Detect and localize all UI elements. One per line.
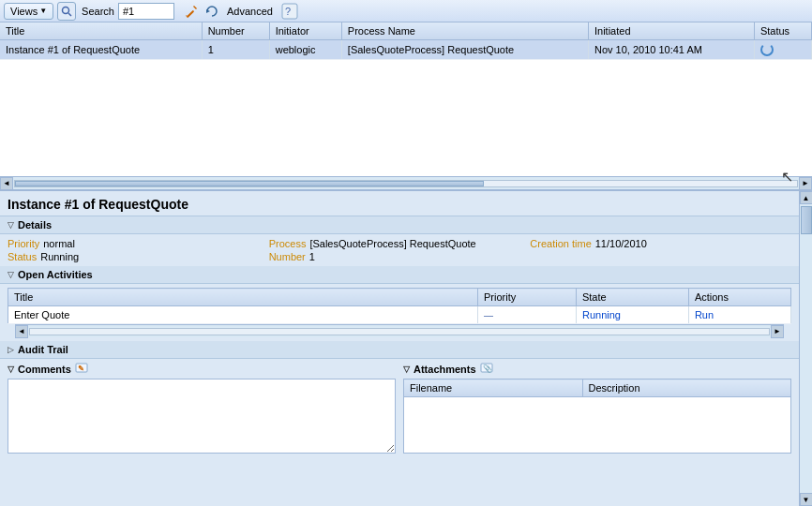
col-title: Title xyxy=(0,22,202,40)
process-val: [SalesQuoteProcess] RequestQuote xyxy=(309,238,475,249)
scroll-thumb[interactable] xyxy=(15,181,484,186)
svg-point-0 xyxy=(63,7,69,13)
comments-header: ▽ Comments ✎ xyxy=(8,363,396,376)
top-panel: Title Number Initiator Process Name Init… xyxy=(0,22,812,191)
run-link[interactable]: Run xyxy=(695,309,714,320)
act-col-title: Title xyxy=(8,289,478,306)
status-key: Status xyxy=(8,251,37,262)
attachments-empty-row xyxy=(404,397,791,454)
activities-table: Title Priority State Actions Enter Quote… xyxy=(8,288,791,324)
cell-title: Instance #1 of RequestQuote xyxy=(0,40,202,60)
status-val: Running xyxy=(40,251,79,262)
svg-marker-3 xyxy=(193,6,197,9)
priority-indicator: — xyxy=(484,310,493,320)
views-button[interactable]: Views ▼ xyxy=(4,3,53,20)
scroll-down-button[interactable]: ▼ xyxy=(800,493,813,506)
act-col-priority: Priority xyxy=(478,289,577,306)
bottom-panel: Instance #1 of RequestQuote ▽ Details Pr… xyxy=(0,191,812,506)
creation-item: Creation time 11/10/2010 xyxy=(530,238,791,249)
details-triangle-icon: ▽ xyxy=(8,220,14,230)
refresh-icon[interactable] xyxy=(203,2,221,21)
bottom-columns: ▽ Comments ✎ ▽ Attachments 📎 xyxy=(0,359,799,459)
audit-trail-label: Audit Trail xyxy=(18,344,68,355)
activities-section-label: Open Activities xyxy=(18,269,93,280)
vertical-scrollbar[interactable]: ▲ ▼ xyxy=(799,191,812,506)
edit-icons xyxy=(182,2,221,21)
table-row[interactable]: Instance #1 of RequestQuote 1 weblogic [… xyxy=(0,40,812,60)
comments-add-icon[interactable]: ✎ xyxy=(75,363,88,376)
scroll-up-button[interactable]: ▲ xyxy=(800,191,813,204)
scroll-track[interactable] xyxy=(14,180,798,187)
act-scroll-right-button[interactable]: ► xyxy=(771,325,784,338)
cell-status xyxy=(754,40,811,60)
search-icon-button[interactable] xyxy=(57,2,76,21)
cell-number: 1 xyxy=(202,40,269,60)
detail-title: Instance #1 of RequestQuote xyxy=(0,191,799,216)
col-initiator: Initiator xyxy=(269,22,341,40)
advanced-label[interactable]: Advanced xyxy=(227,6,273,17)
state-running: Running xyxy=(582,309,621,320)
act-title-cell: Enter Quote xyxy=(8,306,478,324)
comments-triangle-icon: ▽ xyxy=(8,365,14,374)
activities-header-row: Title Priority State Actions xyxy=(8,289,791,306)
cell-process-name: [SalesQuoteProcess] RequestQuote xyxy=(341,40,588,60)
attachments-triangle-icon: ▽ xyxy=(403,365,410,374)
col-process-name: Process Name xyxy=(341,22,588,40)
activities-triangle-icon: ▽ xyxy=(8,270,14,279)
pencil-icon[interactable] xyxy=(182,2,201,21)
comments-label: Comments xyxy=(18,364,71,375)
toolbar: Views ▼ Search Advanced ? xyxy=(0,0,812,22)
activities-row[interactable]: Enter Quote — Running Run xyxy=(8,306,791,324)
comments-column: ▽ Comments ✎ xyxy=(8,363,396,455)
table-header-row: Title Number Initiator Process Name Init… xyxy=(0,22,812,40)
scroll-right-button[interactable]: ► xyxy=(799,177,812,190)
col-number: Number xyxy=(202,22,269,40)
priority-item: Priority normal xyxy=(8,238,269,249)
svg-text:?: ? xyxy=(285,6,291,17)
creation-val: 11/10/2010 xyxy=(595,238,647,249)
attachments-add-icon[interactable]: 📎 xyxy=(480,363,493,376)
audit-trail-section-header[interactable]: ▷ Audit Trail xyxy=(0,341,799,359)
comments-textarea[interactable] xyxy=(8,379,396,454)
attachments-label: Attachments xyxy=(414,364,476,375)
creation-key: Creation time xyxy=(530,238,591,249)
status-item: Status Running xyxy=(8,251,269,262)
act-priority-cell: — xyxy=(478,306,577,324)
details-section-label: Details xyxy=(18,219,52,231)
details-section-header[interactable]: ▽ Details xyxy=(0,216,799,234)
act-state-cell: Running xyxy=(576,306,688,324)
number-item: Number 1 xyxy=(269,251,531,262)
number-val: 1 xyxy=(309,251,315,262)
process-key: Process xyxy=(269,238,307,249)
act-scroll-track[interactable] xyxy=(29,328,770,335)
details-grid: Priority normal Process [SalesQuoteProce… xyxy=(0,234,799,266)
act-scroll-left-button[interactable]: ◄ xyxy=(15,325,28,338)
number-key: Number xyxy=(269,251,306,262)
scroll-thumb-vertical[interactable] xyxy=(801,206,812,234)
col-initiated: Initiated xyxy=(588,22,754,40)
activities-scrollbar[interactable]: ◄ ► xyxy=(15,324,784,337)
search-label: Search xyxy=(82,6,114,17)
priority-val: normal xyxy=(43,238,75,249)
scroll-left-button[interactable]: ◄ xyxy=(0,177,13,190)
svg-rect-2 xyxy=(187,9,194,17)
attachments-table: Filename Description xyxy=(403,379,791,454)
col-status: Status xyxy=(754,22,811,40)
att-col-filename: Filename xyxy=(404,380,583,397)
horizontal-scrollbar[interactable]: ◄ ► xyxy=(0,176,812,189)
act-col-actions: Actions xyxy=(688,289,790,306)
attachments-column: ▽ Attachments 📎 Filename Description xyxy=(403,363,791,455)
views-label: Views xyxy=(10,6,38,17)
attachments-header: ▽ Attachments 📎 xyxy=(403,363,791,376)
audit-triangle-icon: ▷ xyxy=(8,345,14,354)
process-item: Process [SalesQuoteProcess] RequestQuote xyxy=(269,238,531,249)
search-input[interactable] xyxy=(118,3,174,20)
act-action-cell: Run xyxy=(688,306,790,324)
svg-line-1 xyxy=(68,13,71,16)
activities-section-header[interactable]: ▽ Open Activities xyxy=(0,266,799,284)
act-col-state: State xyxy=(576,289,688,306)
svg-text:✎: ✎ xyxy=(78,365,84,373)
cell-initiated: Nov 10, 2010 10:41 AM xyxy=(588,40,754,60)
status-spinner-icon xyxy=(760,43,774,56)
help-icon[interactable]: ? xyxy=(280,2,299,21)
